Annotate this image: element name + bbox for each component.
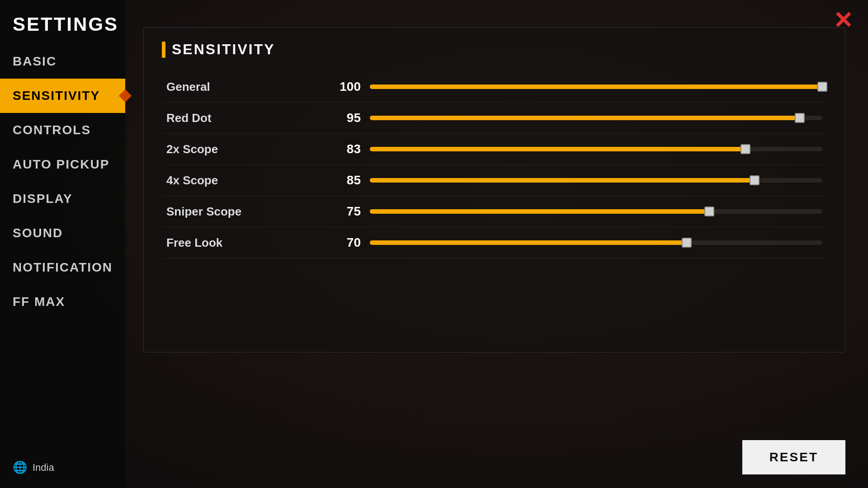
slider-thumb[interactable] [795,113,805,123]
slider-thumb[interactable] [682,238,692,248]
slider-row: Free Look70 [162,227,827,258]
slider-track-2x-scope[interactable] [370,146,822,152]
slider-track-fill [370,116,800,120]
slider-label-red-dot: Red Dot [166,111,325,125]
slider-value-sniper-scope: 75 [325,204,361,219]
slider-row: General100 [162,71,827,103]
slider-track-4x-scope[interactable] [370,178,822,183]
slider-track-fill [370,147,745,151]
section-header: SENSITIVITY [162,41,827,58]
slider-value-4x-scope: 85 [325,173,361,188]
slider-track-fill [370,240,687,245]
slider-thumb[interactable] [704,206,714,216]
main-content: SENSITIVITY General100Red Dot952x Scope8… [125,0,868,488]
section-bar-icon [162,42,165,58]
sidebar-item-sensitivity[interactable]: SENSITIVITY [0,79,125,113]
sidebar-item-display[interactable]: DISPLAY [0,182,125,216]
globe-icon: 🌐 [13,460,27,474]
sliders-container: General100Red Dot952x Scope834x Scope85S… [162,71,827,258]
slider-row: 4x Scope85 [162,165,827,196]
slider-label-general: General [166,80,325,94]
nav-menu: BASICSENSITIVITYCONTROLSAUTO PICKUPDISPL… [0,44,125,319]
slider-track-fill [370,209,709,214]
slider-track-free-look[interactable] [370,240,822,245]
slider-value-general: 100 [325,80,361,94]
slider-thumb[interactable] [817,82,827,92]
slider-track-sniper-scope[interactable] [370,209,822,214]
slider-track-fill [370,178,755,183]
slider-row: 2x Scope83 [162,134,827,165]
sidebar-item-controls[interactable]: CONTROLS [0,113,125,147]
sidebar-item-auto_pickup[interactable]: AUTO PICKUP [0,147,125,182]
section-title: SENSITIVITY [172,41,275,58]
sidebar: SETTINGS BASICSENSITIVITYCONTROLSAUTO PI… [0,0,125,488]
slider-value-2x-scope: 83 [325,142,361,156]
sidebar-item-basic[interactable]: BASIC [0,44,125,79]
slider-track-red-dot[interactable] [370,115,822,121]
close-button[interactable]: ✕ [827,5,859,36]
slider-row: Sniper Scope75 [162,196,827,227]
slider-thumb[interactable] [741,144,750,154]
settings-panel: SENSITIVITY General100Red Dot952x Scope8… [143,27,845,352]
slider-label-2x-scope: 2x Scope [166,142,325,156]
sidebar-footer: 🌐 India [13,460,54,474]
settings-title: SETTINGS [0,0,125,44]
region-label: India [33,462,54,474]
slider-label-free-look: Free Look [166,236,325,250]
slider-value-free-look: 70 [325,235,361,250]
slider-value-red-dot: 95 [325,111,361,125]
slider-label-sniper-scope: Sniper Scope [166,205,325,219]
slider-track-fill [370,84,822,89]
slider-row: Red Dot95 [162,103,827,134]
sidebar-item-ff_max[interactable]: FF MAX [0,285,125,319]
slider-label-4x-scope: 4x Scope [166,174,325,188]
sidebar-item-sound[interactable]: SOUND [0,216,125,250]
slider-track-general[interactable] [370,84,822,89]
sidebar-item-notification[interactable]: NOTIFICATION [0,250,125,285]
slider-thumb[interactable] [750,175,760,185]
